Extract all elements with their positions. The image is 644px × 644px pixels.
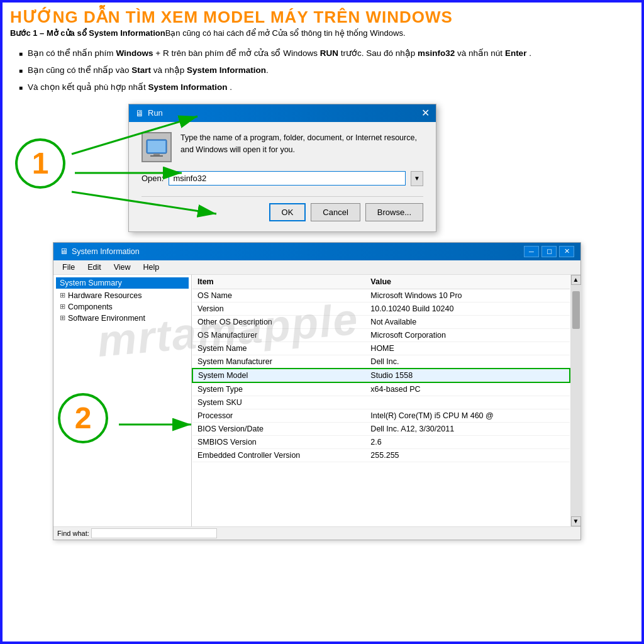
table-row: BIOS Version/DateDell Inc. A12, 3/30/201…	[192, 422, 570, 435]
table-cell-value: Intel(R) Core(TM) i5 CPU M 460 @	[365, 409, 570, 422]
run-dialog: 🖥 Run ✕ Type the name of a program, fold…	[128, 104, 436, 232]
table-row: System ManufacturerDell Inc.	[192, 355, 570, 369]
sysinfo-icon: 🖥	[60, 247, 68, 256]
table-cell-item: Other OS Description	[192, 315, 365, 328]
run-dialog-title: Run	[148, 108, 163, 118]
main-area: 1 🖥 Run ✕ Type the name of a pr	[3, 104, 641, 635]
table-cell-value: x64-based PC	[365, 382, 570, 396]
table-row: System SKU	[192, 396, 570, 409]
left-panel-components[interactable]: ⊞ Components	[56, 301, 189, 313]
table-cell-item: Version	[192, 302, 365, 315]
table-cell-item: OS Name	[192, 289, 365, 302]
sysinfo-window: 🖥 System Information ─ ◻ ✕ File Edit Vie…	[53, 242, 581, 540]
page-header: HƯỚNG DẪN TÌM XEM MODEL MÁY TRÊN WINDOWS…	[3, 3, 641, 40]
subtitle-bold: Bước 1 – Mở cửa sổ System Information	[10, 28, 165, 38]
table-row: System Typex64-based PC	[192, 382, 570, 396]
instruction-list: Bạn có thể nhấn phím Windows + R trên bà…	[13, 47, 631, 95]
expand-icon-hardware: ⊞	[60, 291, 65, 299]
annotation-circle-1: 1	[15, 138, 65, 189]
annotation-circle-2: 2	[58, 393, 108, 443]
svg-rect-3	[150, 155, 163, 157]
subtitle-rest: Bạn cũng có hai cách để mở Cửa sổ thông …	[165, 28, 406, 38]
table-cell-value: HOME	[365, 341, 570, 355]
run-dialog-description: Type the name of a program, folder, docu…	[180, 132, 423, 156]
run-dialog-body: Type the name of a program, folder, docu…	[129, 122, 436, 231]
scrollbar-thumb[interactable]	[572, 291, 580, 329]
table-cell-value: 2.6	[365, 435, 570, 448]
instructions-section: Bạn có thể nhấn phím Windows + R trên bà…	[3, 40, 641, 104]
table-cell-value: Microsoft Corporation	[365, 328, 570, 341]
table-cell-item: OS Manufacturer	[192, 328, 365, 341]
run-dialog-titlebar: 🖥 Run ✕	[129, 104, 436, 122]
sysinfo-title: System Information	[72, 247, 140, 256]
scrollbar-up-button[interactable]: ▲	[571, 275, 581, 285]
page-subtitle: Bước 1 – Mở cửa sổ System InformationBạn…	[10, 28, 634, 38]
sysinfo-right-panel: Item Value OS NameMicrosoft Windows 10 P…	[192, 275, 570, 526]
sysinfo-search-input[interactable]	[91, 528, 217, 538]
instruction-item-3: Và chọn kết quả phù hợp nhất System Info…	[19, 80, 631, 95]
sysinfo-minimize-button[interactable]: ─	[524, 246, 539, 257]
sysinfo-menu-bar: File Edit View Help	[53, 260, 580, 275]
run-dialog-dropdown-button[interactable]: ▼	[411, 171, 423, 186]
run-dialog-browse-button[interactable]: Browse...	[365, 203, 423, 221]
run-dialog-icon	[142, 132, 172, 162]
sysinfo-restore-button[interactable]: ◻	[541, 246, 557, 257]
run-icon-small: 🖥	[135, 108, 144, 118]
table-cell-value: Microsoft Windows 10 Pro	[365, 289, 570, 302]
run-dialog-buttons: OK Cancel Browse...	[142, 196, 423, 221]
table-row: SMBIOS Version2.6	[192, 435, 570, 448]
expand-icon-software: ⊞	[60, 314, 65, 322]
col-item: Item	[192, 275, 365, 289]
table-cell-item: System Name	[192, 341, 365, 355]
svg-rect-2	[153, 153, 160, 155]
table-row: Other OS DescriptionNot Available	[192, 315, 570, 328]
table-row: System NameHOME	[192, 341, 570, 355]
table-row: Embedded Controller Version255.255	[192, 448, 570, 462]
run-dialog-open-row: Open: ▼	[142, 171, 423, 186]
table-row: System ModelStudio 1558	[192, 369, 570, 382]
table-cell-value	[365, 396, 570, 409]
table-cell-item: System Type	[192, 382, 365, 396]
table-cell-item: System Manufacturer	[192, 355, 365, 369]
table-cell-item: System Model	[192, 369, 365, 382]
sysinfo-status-bar: Find what:	[53, 526, 580, 540]
left-panel-software-environment[interactable]: ⊞ Software Environment	[56, 313, 189, 324]
sysinfo-table: Item Value OS NameMicrosoft Windows 10 P…	[192, 275, 570, 462]
table-row: Version10.0.10240 Build 10240	[192, 302, 570, 315]
instruction-item-1: Bạn có thể nhấn phím Windows + R trên bà…	[19, 47, 631, 61]
table-cell-item: BIOS Version/Date	[192, 422, 365, 435]
run-dialog-open-input[interactable]	[169, 171, 406, 186]
sysinfo-titlebar: 🖥 System Information ─ ◻ ✕	[53, 243, 580, 260]
table-cell-item: Processor	[192, 409, 365, 422]
table-cell-value: 10.0.10240 Build 10240	[365, 302, 570, 315]
menu-edit[interactable]: Edit	[81, 262, 108, 273]
page-title: HƯỚNG DẪN TÌM XEM MODEL MÁY TRÊN WINDOWS	[10, 8, 634, 27]
menu-help[interactable]: Help	[137, 262, 166, 273]
left-panel-system-summary[interactable]: System Summary	[56, 277, 189, 289]
sysinfo-close-button[interactable]: ✕	[559, 246, 574, 257]
table-cell-value: Studio 1558	[365, 369, 570, 382]
expand-icon-components: ⊞	[60, 303, 65, 311]
left-panel-hardware-resources[interactable]: ⊞ Hardware Resources	[56, 290, 189, 301]
run-dialog-close-button[interactable]: ✕	[421, 108, 430, 118]
table-cell-item: Embedded Controller Version	[192, 448, 365, 462]
table-cell-value: Dell Inc. A12, 3/30/2011	[365, 422, 570, 435]
sysinfo-scrollbar[interactable]: ▲ ▼	[570, 275, 580, 526]
svg-rect-1	[148, 141, 165, 152]
menu-view[interactable]: View	[108, 262, 137, 273]
table-cell-value: Not Available	[365, 315, 570, 328]
menu-file[interactable]: File	[56, 262, 81, 273]
table-row: OS NameMicrosoft Windows 10 Pro	[192, 289, 570, 302]
table-cell-value: 255.255	[365, 448, 570, 462]
table-cell-item: System SKU	[192, 396, 365, 409]
table-row: ProcessorIntel(R) Core(TM) i5 CPU M 460 …	[192, 409, 570, 422]
scrollbar-track[interactable]	[571, 285, 581, 516]
run-dialog-cancel-button[interactable]: Cancel	[311, 203, 360, 221]
scrollbar-down-button[interactable]: ▼	[571, 516, 581, 526]
run-dialog-open-label: Open:	[142, 174, 164, 183]
instruction-item-2: Bạn cũng có thể nhấp vào Start và nhập S…	[19, 64, 631, 78]
table-cell-item: SMBIOS Version	[192, 435, 365, 448]
table-row: OS ManufacturerMicrosoft Corporation	[192, 328, 570, 341]
run-dialog-ok-button[interactable]: OK	[269, 203, 306, 221]
sysinfo-content-area: System Summary ⊞ Hardware Resources ⊞ Co…	[53, 275, 580, 526]
